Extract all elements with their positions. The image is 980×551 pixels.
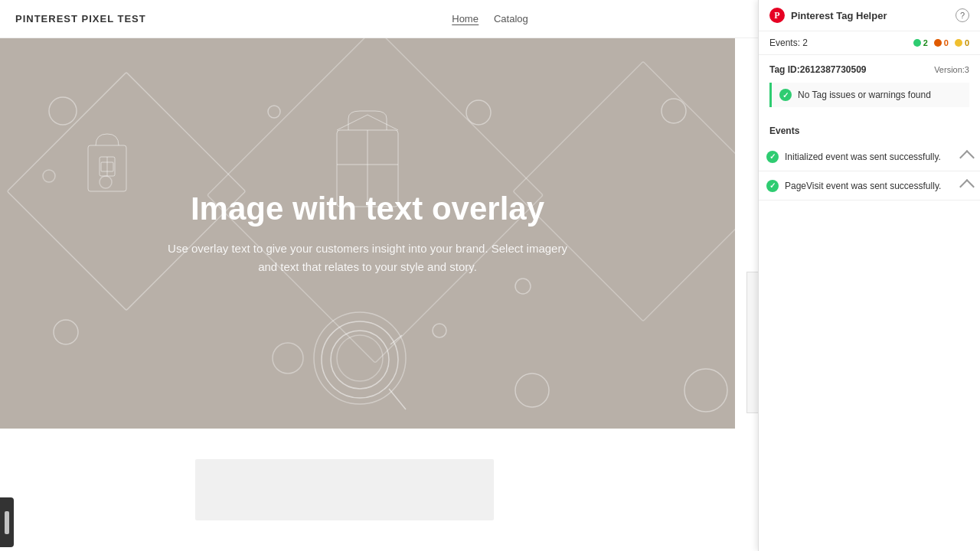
svg-point-7 (466, 100, 491, 125)
svg-point-5 (100, 176, 112, 188)
tag-helper-panel: P Pinterest Tag Helper ? Events: 2 2 0 0 (758, 0, 980, 551)
no-issues-text: No Tag issues or warnings found (798, 90, 931, 100)
svg-point-6 (268, 106, 280, 118)
tag-id-label: Tag ID:2612387730509 (769, 64, 867, 75)
warning-count: 0 (944, 38, 949, 47)
svg-rect-33 (5, 511, 9, 534)
svg-rect-18 (101, 162, 113, 171)
svg-line-23 (368, 115, 398, 130)
events-badges: 2 0 0 (913, 38, 969, 47)
svg-rect-15 (88, 145, 126, 191)
alert-count: 0 (965, 38, 969, 47)
event-row-1-left: PageVisit event was sent successfully. (766, 180, 941, 192)
hero-content: Image with text overlay Use overlay text… (161, 191, 574, 276)
svg-point-28 (433, 324, 446, 337)
event-0-chevron-icon[interactable] (959, 150, 975, 165)
no-issues-check-icon (779, 89, 792, 101)
svg-point-11 (54, 320, 78, 344)
version-label: Version:3 (934, 65, 969, 74)
events-bar: Events: 2 2 0 0 (759, 31, 980, 55)
success-badge: 2 (913, 38, 928, 47)
svg-point-8 (273, 343, 303, 373)
svg-point-12 (515, 373, 549, 407)
svg-rect-16 (100, 157, 115, 176)
event-row-0-left: Initialized event was sent successfully. (766, 151, 941, 163)
success-dot (913, 39, 921, 47)
help-icon-label: ? (960, 11, 965, 20)
event-row-1[interactable]: PageVisit event was sent successfully. (759, 171, 980, 201)
events-count-label: Events: 2 (769, 37, 808, 48)
events-section: Events (759, 118, 980, 142)
svg-line-27 (390, 335, 402, 344)
svg-point-14 (684, 369, 727, 412)
hero-subtitle: Use overlay text to give your customers … (161, 240, 574, 276)
event-row-0[interactable]: Initialized event was sent successfully. (759, 142, 980, 171)
site-title: PINTEREST PIXEL TEST (15, 13, 146, 24)
panel-header: P Pinterest Tag Helper ? (759, 0, 980, 31)
event-0-text: Initialized event was sent successfully. (785, 152, 941, 162)
svg-text:P: P (774, 10, 779, 21)
tag-section: Tag ID:2612387730509 Version:3 No Tag is… (759, 55, 980, 118)
site-nav: Home Catalog (452, 13, 528, 25)
svg-point-29 (515, 279, 531, 294)
bottom-card (195, 459, 494, 520)
alert-dot (955, 39, 962, 47)
event-1-chevron-icon[interactable] (959, 179, 975, 194)
event-0-check-icon (766, 151, 779, 163)
alert-badge: 0 (955, 38, 969, 47)
svg-point-9 (314, 312, 406, 404)
left-edge-icon[interactable] (0, 497, 14, 547)
event-1-check-icon (766, 180, 779, 192)
nav-catalog[interactable]: Catalog (494, 13, 528, 24)
hero-title: Image with text overlay (161, 191, 574, 227)
pinterest-logo-icon: P (769, 8, 785, 23)
success-count: 2 (923, 38, 928, 47)
tag-id-row: Tag ID:2612387730509 Version:3 (769, 64, 969, 75)
svg-point-10 (337, 335, 383, 381)
warning-badge: 0 (934, 38, 949, 47)
hero-section: Image with text overlay Use overlay text… (0, 38, 735, 429)
svg-line-26 (389, 389, 406, 409)
panel-header-left: P Pinterest Tag Helper (769, 8, 887, 23)
svg-point-3 (49, 97, 77, 125)
panel-title: Pinterest Tag Helper (791, 10, 887, 21)
svg-point-4 (43, 170, 55, 182)
svg-point-24 (322, 321, 398, 398)
event-1-text: PageVisit event was sent successfully. (785, 181, 941, 191)
svg-point-25 (331, 331, 389, 389)
svg-point-13 (662, 99, 686, 123)
help-icon[interactable]: ? (956, 8, 969, 22)
events-section-title: Events (769, 126, 969, 136)
svg-line-22 (337, 115, 368, 130)
no-issues-row: No Tag issues or warnings found (769, 83, 969, 107)
nav-home[interactable]: Home (452, 13, 479, 25)
warning-dot (934, 39, 942, 47)
